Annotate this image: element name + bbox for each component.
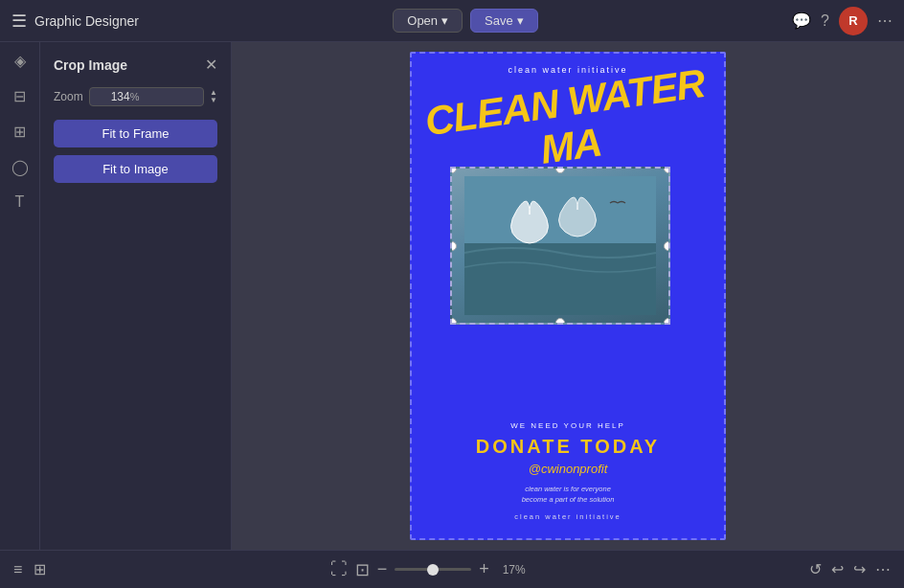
svg-rect-1 — [464, 243, 656, 315]
text-nav-icon[interactable]: T — [15, 193, 25, 211]
bottom-grid-icon[interactable]: ⊞ — [34, 560, 46, 578]
design-canvas: clean water initiative CLEAN WATER MA — [410, 52, 726, 540]
top-bar-center: Open ▾ Save ▾ — [393, 9, 537, 33]
canvas-big-title: CLEAN WATER MA — [410, 80, 726, 169]
avatar[interactable]: R — [839, 7, 868, 35]
crop-handle-mr[interactable] — [664, 241, 670, 251]
save-button[interactable]: Save ▾ — [470, 9, 538, 33]
zoom-out-icon[interactable]: − — [377, 559, 388, 579]
canvas-footer: clean water initiative — [423, 512, 712, 521]
canvas-handle: @cwinonprofit — [423, 462, 712, 476]
zoom-in-icon[interactable]: + — [479, 559, 489, 579]
icon-nav: ◈ ⊟ ⊞ ◯ T — [0, 42, 40, 550]
bottom-bar-right: ↺ ↩ ↪ ⋯ — [809, 560, 891, 578]
zoom-slider-thumb[interactable] — [427, 564, 439, 576]
zoom-row: Zoom % ▲ ▼ — [54, 87, 217, 106]
layers-nav-icon[interactable]: ⊟ — [13, 87, 26, 105]
chat-icon[interactable]: 💬 — [792, 11, 811, 30]
crop-panel-header: Crop Image ✕ — [54, 56, 217, 74]
zoom-arrows[interactable]: ▲ ▼ — [210, 89, 217, 104]
shapes-nav-icon[interactable]: ◯ — [11, 158, 29, 176]
main-body: ◈ ⊟ ⊞ ◯ T Crop Image ✕ Zoom % ▲ ▼ Fit to… — [0, 42, 904, 550]
zoom-percentage: 17% — [503, 563, 526, 577]
zoom-slider[interactable] — [395, 568, 471, 571]
redo-icon[interactable]: ↪ — [853, 560, 866, 578]
help-icon[interactable]: ? — [821, 12, 829, 30]
crop-panel: Crop Image ✕ Zoom % ▲ ▼ Fit to Frame Fit… — [40, 42, 232, 550]
fit-screen-icon[interactable]: ⛶ — [330, 559, 348, 579]
canvas-desc: clean water is for everyone become a par… — [423, 484, 712, 506]
crop-control-icon[interactable]: ⊡ — [355, 559, 370, 580]
crop-handle-tr[interactable] — [664, 167, 670, 173]
close-crop-button[interactable]: ✕ — [205, 56, 217, 74]
crop-box[interactable] — [450, 167, 670, 325]
undo-icon[interactable]: ↩ — [831, 560, 844, 578]
canvas-area[interactable]: clean water initiative CLEAN WATER MA — [232, 42, 904, 550]
top-bar-right: 💬 ? R ⋯ — [792, 7, 893, 35]
hamburger-icon[interactable]: ☰ — [11, 11, 27, 32]
water-drops-svg — [464, 176, 656, 315]
top-bar-left: ☰ Graphic Designer — [11, 11, 139, 32]
elements-nav-icon[interactable]: ◈ — [14, 52, 26, 70]
zoom-down-arrow[interactable]: ▼ — [210, 97, 217, 104]
zoom-label: Zoom — [54, 90, 83, 103]
crop-handle-br[interactable] — [664, 318, 670, 325]
canvas-need-help: WE NEED YOUR HELP — [423, 421, 712, 430]
bottom-bar-center: ⛶ ⊡ − + 17% — [330, 559, 526, 580]
bottom-bar: ≡ ⊞ ⛶ ⊡ − + 17% ↺ ↩ ↪ ⋯ — [0, 550, 904, 588]
zoom-percent-unit: % — [130, 91, 140, 102]
crop-handle-bl[interactable] — [450, 318, 457, 325]
app-title: Graphic Designer — [34, 13, 139, 29]
canvas-lower: WE NEED YOUR HELP DONATE TODAY @cwinonpr… — [410, 404, 726, 541]
more-icon[interactable]: ⋯ — [877, 11, 893, 30]
water-drops-image — [452, 169, 668, 323]
fit-to-frame-button[interactable]: Fit to Frame — [54, 120, 217, 147]
refresh-icon[interactable]: ↺ — [809, 560, 822, 578]
zoom-input[interactable] — [94, 90, 130, 103]
zoom-input-wrap: % — [89, 87, 204, 106]
top-bar: ☰ Graphic Designer Open ▾ Save ▾ 💬 ? R ⋯ — [0, 0, 904, 42]
more-options-icon[interactable]: ⋯ — [875, 560, 891, 578]
bottom-bar-left: ≡ ⊞ — [13, 560, 46, 578]
crop-title: Crop Image — [54, 57, 127, 73]
open-button[interactable]: Open ▾ — [393, 9, 463, 33]
bottom-lines-icon[interactable]: ≡ — [13, 561, 22, 578]
grid-nav-icon[interactable]: ⊞ — [13, 123, 26, 141]
crop-handle-bm[interactable] — [555, 318, 565, 325]
canvas-donate: DONATE TODAY — [423, 436, 712, 458]
fit-to-image-button[interactable]: Fit to Image — [54, 155, 217, 183]
